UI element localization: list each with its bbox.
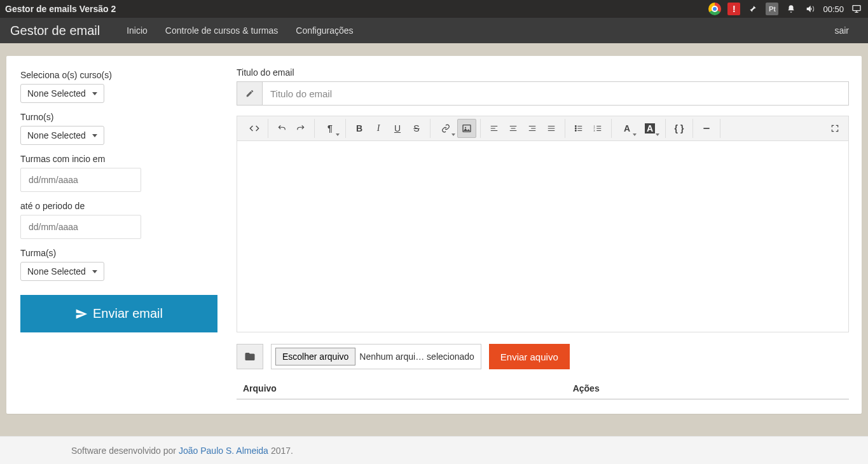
choose-file-button[interactable]: Escolher arquivo (275, 348, 355, 365)
select-cursos[interactable]: None Selected (20, 84, 104, 103)
footer-suffix: 2017. (271, 446, 293, 456)
ordered-list-icon[interactable]: 123 (588, 119, 607, 138)
align-left-icon[interactable] (485, 119, 504, 138)
editor-toolbar: ¶ B I U S (237, 116, 848, 141)
select-turmas[interactable]: None Selected (20, 262, 104, 281)
paragraph-format-icon[interactable]: ¶ (319, 119, 341, 138)
window-title: Gestor de emails Versão 2 (5, 4, 116, 14)
footer-author-link[interactable]: João Paulo S. Almeida (179, 446, 268, 456)
os-top-bar: Gestor de emails Versão 2 ! Pt 00:50 (0, 0, 868, 18)
rich-text-editor: ¶ B I U S (237, 116, 849, 332)
col-acoes: Ações (573, 383, 843, 393)
svg-point-2 (465, 127, 466, 128)
svg-rect-0 (853, 6, 860, 11)
language-indicator[interactable]: Pt (766, 3, 778, 15)
link-icon[interactable] (434, 119, 457, 138)
clock: 00:50 (823, 4, 844, 14)
select-turnos-value: None Selected (27, 130, 86, 140)
send-email-label: Enviar email (93, 306, 163, 321)
align-center-icon[interactable] (504, 119, 523, 138)
svg-point-5 (575, 130, 576, 132)
select-turnos[interactable]: None Selected (20, 126, 104, 145)
system-tray: ! Pt 00:50 (708, 3, 863, 15)
code-view-icon[interactable] (245, 119, 264, 138)
label-inicio-em: Turmas com incio em (20, 154, 217, 164)
pin-icon[interactable] (747, 3, 759, 15)
file-upload-row: Escolher arquivo Nenhum arqui… seleciona… (237, 344, 849, 369)
label-turmas: Turma(s) (20, 248, 217, 258)
chevron-down-icon (92, 270, 97, 273)
nav-inicio[interactable]: Inicio (118, 18, 156, 43)
label-turnos: Turno(s) (20, 112, 217, 122)
file-chooser[interactable]: Escolher arquivo Nenhum arqui… seleciona… (271, 344, 481, 369)
date-start-input[interactable] (20, 168, 141, 192)
paper-plane-icon (75, 308, 88, 320)
nav-controle[interactable]: Controle de cursos & turmas (156, 18, 287, 43)
send-email-button[interactable]: Enviar email (20, 295, 217, 332)
app-navbar: Gestor de email Inicio Controle de curso… (0, 18, 868, 43)
folder-icon (237, 344, 263, 369)
svg-point-4 (575, 128, 576, 129)
redo-icon[interactable] (291, 119, 310, 138)
col-arquivo: Arquivo (243, 383, 573, 393)
fullscreen-icon[interactable] (825, 119, 844, 138)
bell-icon[interactable] (785, 3, 797, 15)
svg-text:3: 3 (594, 130, 595, 132)
sidebar-form: Seleciona o(s) curso(s) None Selected Tu… (20, 67, 217, 400)
label-cursos: Seleciona o(s) curso(s) (20, 70, 217, 80)
monitor-icon[interactable] (850, 3, 863, 15)
pencil-icon (237, 81, 262, 106)
text-color-icon[interactable]: A (616, 119, 638, 138)
volume-icon[interactable] (804, 3, 816, 15)
undo-icon[interactable] (272, 119, 291, 138)
editor-column: Titulo do email ¶ (237, 67, 849, 400)
nav-config[interactable]: Configurações (287, 18, 362, 43)
italic-icon[interactable]: I (369, 119, 388, 138)
workspace: Seleciona o(s) curso(s) None Selected Tu… (0, 43, 868, 426)
underline-icon[interactable]: U (388, 119, 407, 138)
align-justify-icon[interactable] (542, 119, 561, 138)
nav-logout[interactable]: sair (825, 18, 858, 43)
alert-icon[interactable]: ! (727, 3, 740, 15)
title-label: Titulo do email (237, 67, 849, 78)
brand[interactable]: Gestor de email (10, 24, 100, 38)
chevron-down-icon (92, 134, 97, 137)
horizontal-rule-icon[interactable] (697, 119, 716, 138)
label-ate: até o periodo de (20, 201, 217, 211)
align-right-icon[interactable] (523, 119, 542, 138)
svg-point-3 (575, 126, 576, 127)
footer: Software desenvolvido por João Paulo S. … (0, 436, 868, 464)
main-card: Seleciona o(s) curso(s) None Selected Tu… (6, 56, 862, 414)
file-status: Nenhum arqui… selecionado (359, 351, 474, 362)
image-icon[interactable] (457, 119, 476, 138)
strikethrough-icon[interactable]: S (407, 119, 426, 138)
email-title-input[interactable] (262, 81, 849, 106)
chrome-icon[interactable] (708, 3, 721, 15)
upload-file-button[interactable]: Enviar aquivo (489, 344, 570, 369)
editor-body[interactable] (237, 141, 848, 332)
footer-prefix: Software desenvolvido por (71, 446, 176, 456)
bold-icon[interactable]: B (350, 119, 369, 138)
select-turmas-value: None Selected (27, 266, 86, 276)
attachments-table: Arquivo Ações (237, 378, 849, 400)
chevron-down-icon (92, 92, 97, 95)
unordered-list-icon[interactable] (569, 119, 588, 138)
select-cursos-value: None Selected (27, 88, 86, 99)
date-end-input[interactable] (20, 215, 141, 239)
background-color-icon[interactable]: A (638, 119, 661, 138)
code-block-icon[interactable]: { } (670, 119, 689, 138)
